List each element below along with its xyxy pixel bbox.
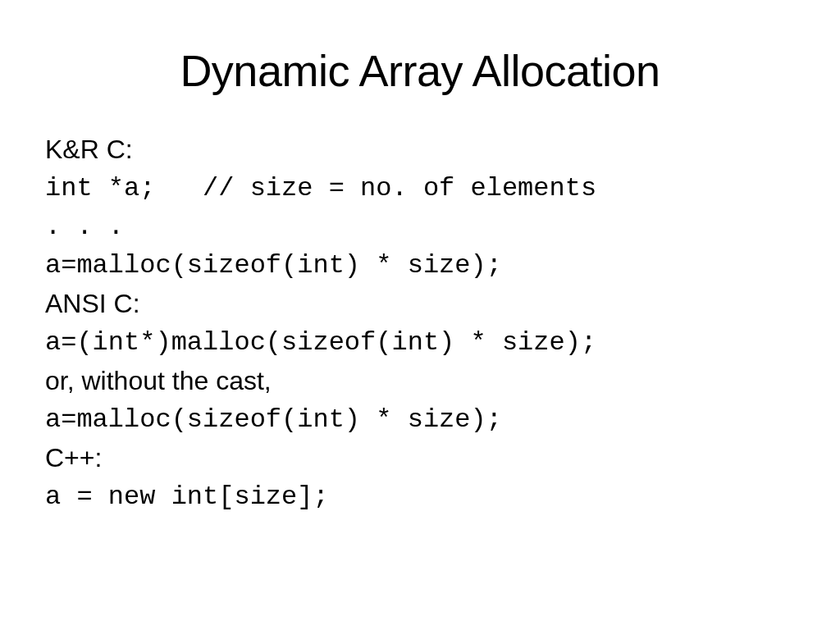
slide-body: K&R C: int *a; // size = no. of elements… [45,130,795,516]
code-line-2: . . . [45,208,795,246]
slide-title: Dynamic Array Allocation [45,45,795,96]
label-ansi-c: ANSI C: [45,285,795,323]
code-line-5: a=malloc(sizeof(int) * size); [45,400,795,439]
code-line-3: a=malloc(sizeof(int) * size); [45,246,795,285]
code-line-4: a=(int*)malloc(sizeof(int) * size); [45,323,795,362]
slide-container: Dynamic Array Allocation K&R C: int *a; … [0,0,840,630]
code-line-1: int *a; // size = no. of elements [45,169,795,208]
label-kr-c: K&R C: [45,130,795,169]
code-line-6: a = new int[size]; [45,477,795,516]
label-cpp: C++: [45,439,795,477]
label-cast: or, without the cast, [45,362,795,400]
